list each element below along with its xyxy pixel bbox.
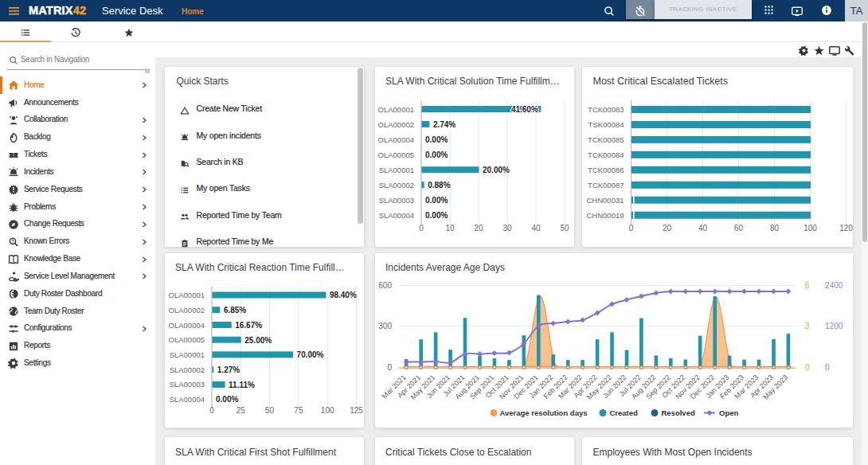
svg-text:6: 6 xyxy=(805,281,810,290)
svg-text:125: 125 xyxy=(350,406,363,415)
svg-text:1200: 1200 xyxy=(825,322,843,330)
svg-text:10: 10 xyxy=(445,224,455,232)
svg-text:40: 40 xyxy=(531,224,541,232)
svg-text:300: 300 xyxy=(378,322,392,330)
svg-text:0: 0 xyxy=(825,363,830,372)
svg-text:Average resolution days: Average resolution days xyxy=(500,408,588,417)
svg-text:Resolved: Resolved xyxy=(662,408,695,417)
svg-text:75: 75 xyxy=(294,406,303,415)
svg-text:6.85%: 6.85% xyxy=(224,306,246,315)
svg-text:20.00%: 20.00% xyxy=(483,166,510,174)
svg-text:SLA00002: SLA00002 xyxy=(379,181,414,190)
svg-text:0: 0 xyxy=(209,406,214,415)
svg-text:50: 50 xyxy=(265,406,275,415)
svg-text:CHN00019: CHN00019 xyxy=(587,211,624,220)
svg-text:80: 80 xyxy=(770,224,780,232)
svg-text:OLA00002: OLA00002 xyxy=(169,306,205,315)
svg-text:SLA00004: SLA00004 xyxy=(170,395,205,404)
svg-text:TCK00086: TCK00086 xyxy=(588,166,624,174)
svg-text:SLA00002: SLA00002 xyxy=(170,365,205,374)
svg-text:0.00%: 0.00% xyxy=(425,211,448,220)
svg-text:25.00%: 25.00% xyxy=(244,336,272,345)
svg-text:SLA00004: SLA00004 xyxy=(379,211,414,220)
svg-text:TCK00083: TCK00083 xyxy=(588,105,624,114)
svg-text:OLA00001: OLA00001 xyxy=(169,291,205,299)
svg-text:0: 0 xyxy=(419,224,424,232)
svg-text:0: 0 xyxy=(805,363,810,372)
svg-text:70.00%: 70.00% xyxy=(297,350,324,359)
svg-text:50: 50 xyxy=(560,224,569,232)
svg-text:30: 30 xyxy=(502,224,512,232)
svg-text:0.00%: 0.00% xyxy=(425,150,448,159)
svg-text:0: 0 xyxy=(387,363,392,372)
svg-text:3: 3 xyxy=(805,322,810,330)
svg-text:25: 25 xyxy=(237,406,246,415)
svg-text:11.11%: 11.11% xyxy=(229,381,255,389)
svg-text:1.27%: 1.27% xyxy=(217,365,240,374)
svg-text:0.00%: 0.00% xyxy=(425,196,448,205)
svg-text:OLA00004: OLA00004 xyxy=(169,321,205,330)
svg-text:0.88%: 0.88% xyxy=(428,181,450,190)
svg-text:600: 600 xyxy=(378,281,392,290)
svg-text:20: 20 xyxy=(474,224,483,232)
svg-text:TSK00084: TSK00084 xyxy=(588,120,624,129)
svg-text:0.00%: 0.00% xyxy=(216,395,238,404)
svg-text:20: 20 xyxy=(663,224,672,232)
svg-text:SLA00003: SLA00003 xyxy=(170,380,205,389)
svg-text:100: 100 xyxy=(321,406,334,415)
svg-text:100: 100 xyxy=(803,224,817,232)
svg-text:OLA00002: OLA00002 xyxy=(378,120,414,129)
svg-text:TCK00087: TCK00087 xyxy=(588,181,624,190)
svg-text:0.00%: 0.00% xyxy=(425,135,448,144)
svg-text:Created: Created xyxy=(610,408,639,417)
svg-text:41.60%: 41.60% xyxy=(511,105,538,114)
svg-text:0: 0 xyxy=(629,224,634,232)
svg-text:OLA00004: OLA00004 xyxy=(378,135,414,144)
svg-text:OLA00005: OLA00005 xyxy=(378,150,414,159)
svg-text:60: 60 xyxy=(734,224,744,232)
svg-text:SLA00001: SLA00001 xyxy=(170,350,205,359)
svg-text:40: 40 xyxy=(698,224,708,232)
svg-text:2400: 2400 xyxy=(825,281,843,290)
svg-text:SLA00001: SLA00001 xyxy=(379,166,414,174)
svg-text:OLA00001: OLA00001 xyxy=(378,105,414,114)
svg-text:98.40%: 98.40% xyxy=(330,291,357,299)
svg-text:16.67%: 16.67% xyxy=(235,321,262,330)
svg-text:TCK00084: TCK00084 xyxy=(588,150,624,159)
svg-text:Open: Open xyxy=(719,408,738,417)
svg-text:120: 120 xyxy=(839,224,853,232)
svg-text:CHN00031: CHN00031 xyxy=(587,196,624,205)
svg-text:TCK00085: TCK00085 xyxy=(588,135,624,144)
svg-text:SLA00003: SLA00003 xyxy=(379,196,414,205)
svg-text:2.74%: 2.74% xyxy=(433,120,456,129)
svg-text:OLA00005: OLA00005 xyxy=(169,335,205,344)
